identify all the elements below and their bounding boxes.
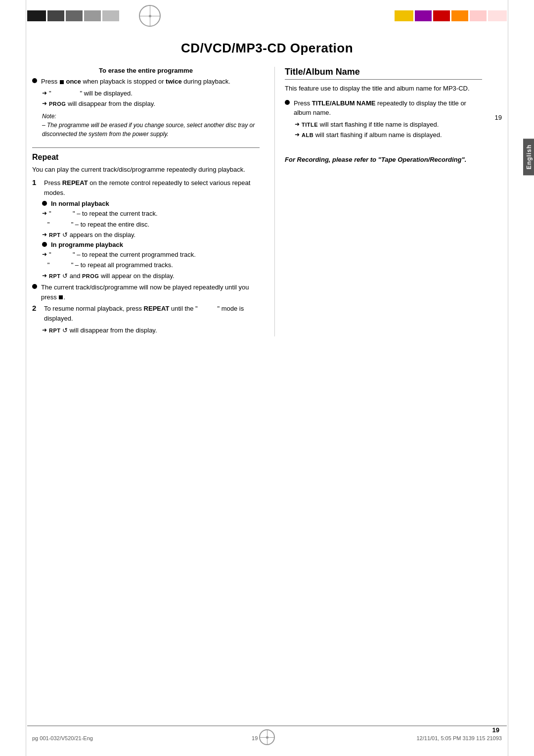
color-pink-light: [470, 10, 487, 21]
erase-note: Note: – The programme will be erased if …: [42, 112, 260, 139]
note-body: – The programme will be erased if you ch…: [42, 122, 255, 138]
color-yellow: [395, 10, 413, 21]
stop-icon: [60, 80, 64, 84]
arrow-icon-n3: ➜: [42, 230, 47, 239]
arrow-icon-p2: [42, 260, 45, 269]
erase-bullet-1: Press once when playback is stopped or t…: [32, 77, 260, 87]
footer-left: pg 001-032/V520/21-Eng: [32, 735, 93, 741]
left-border: [26, 0, 26, 756]
color-pale-pink: [488, 10, 507, 21]
color-darkgray: [47, 10, 64, 21]
title-album-section-title: Title/Album Name: [285, 67, 482, 80]
arrow-icon-p1: ➜: [42, 250, 47, 259]
left-column: To erase the entire programme Press once…: [32, 67, 260, 336]
title-arrow-title: ➜ TITLE will start flashing if title nam…: [295, 120, 482, 130]
crosshair-dot: [149, 15, 151, 17]
color-orange: [451, 10, 468, 21]
arrow-icon-t2: ➜: [295, 130, 300, 139]
erase-bullet-text-1: Press once when playback is stopped or t…: [41, 77, 260, 87]
color-gray: [66, 10, 83, 21]
step-2-num: 2: [32, 304, 40, 312]
arrow-icon-2: ➜: [42, 99, 47, 108]
repeat-divider: [32, 147, 260, 148]
title-album-bullet-1: Press TITLE/ALBUM NAME repeatedly to dis…: [285, 98, 482, 118]
arrow-icon-1: ➜: [42, 89, 47, 97]
bar-group-right: [395, 10, 507, 21]
repeat-title: Repeat: [32, 153, 260, 162]
color-purple: [415, 10, 432, 21]
color-medgray: [84, 10, 101, 21]
prog-arrow-2: " " – to repeat all programmed tracks.: [42, 260, 260, 270]
footer-center: 19: [252, 735, 258, 741]
erase-section: To erase the entire programme Press once…: [32, 67, 260, 139]
page-number-top: 19: [495, 114, 502, 121]
footer-right: 12/11/01, 5:05 PM 3139 115 21093: [417, 735, 502, 741]
title-arrow-title-text: TITLE will start flashing if title name …: [302, 120, 439, 130]
step-1-text: Press REPEAT on the remote control repea…: [44, 178, 260, 197]
page-number: 19: [492, 726, 499, 734]
color-lightgray: [102, 10, 119, 21]
repeat-step-2: 2 To resume normal playback, press REPEA…: [32, 304, 260, 323]
prog-arrow-1-text: " " – to repeat the current programmed t…: [49, 250, 196, 260]
programme-playback-title: In programme playback: [42, 241, 260, 248]
bottom-crosshair-dot: [266, 736, 268, 739]
bottom-crosshair: [259, 729, 275, 745]
erase-arrow-2-text: PROG will disappear from the display.: [49, 99, 155, 109]
programme-playback-label: In programme playback: [51, 241, 123, 248]
bottom-bar: [27, 725, 507, 726]
step2-arrow: ➜ RPT ↺ will disappear from the display.: [42, 326, 260, 335]
right-border: [508, 0, 508, 756]
normal-arrow-3-text: RPT ↺ appears on the display.: [49, 230, 135, 240]
title-arrow-alb-text: ALB will start flashing if album name is…: [302, 130, 442, 140]
page-title: CD/VCD/MP3-CD Operation: [0, 41, 534, 56]
prog-arrow-1: ➜ " " – to repeat the current programmed…: [42, 250, 260, 260]
arrow-icon-t1: ➜: [295, 120, 300, 129]
normal-playback-label: In normal playback: [51, 200, 109, 207]
normal-arrow-2-text: " " – to repeat the entire disc.: [47, 220, 150, 230]
note-label: Note:: [42, 113, 56, 120]
bullet-dot-ta: [285, 100, 290, 105]
repeat-intro: You can play the current track/disc/prog…: [32, 165, 260, 175]
erase-arrow-1: ➜ " " will be displayed.: [42, 89, 260, 98]
title-album-intro: This feature use to display the title an…: [285, 84, 482, 94]
normal-arrow-3: ➜ RPT ↺ appears on the display.: [42, 230, 260, 240]
step2-arrow-text: RPT ↺ will disappear from the display.: [49, 326, 157, 335]
repeat-step-1: 1 Press REPEAT on the remote control rep…: [32, 178, 260, 197]
top-bar-container: [0, 0, 534, 27]
stop-icon-2: [59, 295, 63, 299]
bar-group-left: [27, 10, 119, 21]
erase-arrow-2: ➜ PROG will disappear from the display.: [42, 99, 260, 109]
normal-arrow-1-text: " " – to repeat the current track.: [49, 209, 158, 219]
recording-note: For Recording, please refer to "Tape Ope…: [285, 155, 482, 165]
current-track-bullet: The current track/disc/programme will no…: [32, 283, 260, 302]
bullet-dot-normal: [42, 201, 47, 206]
erase-arrow-1-text: " " will be displayed.: [49, 89, 133, 98]
title-album-bullet-text: Press TITLE/ALBUM NAME repeatedly to dis…: [294, 98, 482, 118]
color-black: [27, 10, 46, 21]
current-track-text: The current track/disc/programme will no…: [41, 283, 260, 302]
repeat-section: Repeat You can play the current track/di…: [32, 153, 260, 335]
crosshair-circle: [139, 5, 161, 27]
arrow-icon-n1: ➜: [42, 209, 47, 218]
arrow-icon-s2: ➜: [42, 326, 47, 334]
prog-arrow-3-text: RPT ↺ and PROG will appear on the displa…: [49, 271, 175, 281]
bullet-dot-prog: [42, 242, 47, 247]
recording-note-text: For Recording, please refer to "Tape Ope…: [285, 156, 466, 163]
color-red: [433, 10, 450, 21]
arrow-icon-n2: [42, 220, 45, 229]
arrow-icon-p3: ➜: [42, 271, 47, 280]
bullet-dot-1: [32, 78, 37, 83]
prog-arrow-2-text: " " – to repeat all programmed tracks.: [47, 260, 173, 270]
bullet-dot-current: [32, 284, 37, 289]
main-content: To erase the entire programme Press once…: [0, 67, 534, 336]
normal-arrow-1: ➜ " " – to repeat the current track.: [42, 209, 260, 219]
step-1-num: 1: [32, 178, 40, 187]
english-sidebar-label: English: [523, 139, 534, 175]
normal-arrow-2: " " – to repeat the entire disc.: [42, 220, 260, 230]
right-column: Title/Album Name This feature use to dis…: [274, 67, 482, 336]
erase-section-title: To erase the entire programme: [32, 67, 260, 74]
step-2-text: To resume normal playback, press REPEAT …: [44, 304, 260, 323]
normal-playback-title: In normal playback: [42, 200, 260, 207]
prog-arrow-3: ➜ RPT ↺ and PROG will appear on the disp…: [42, 271, 260, 281]
title-arrow-alb: ➜ ALB will start flashing if album name …: [295, 130, 482, 140]
